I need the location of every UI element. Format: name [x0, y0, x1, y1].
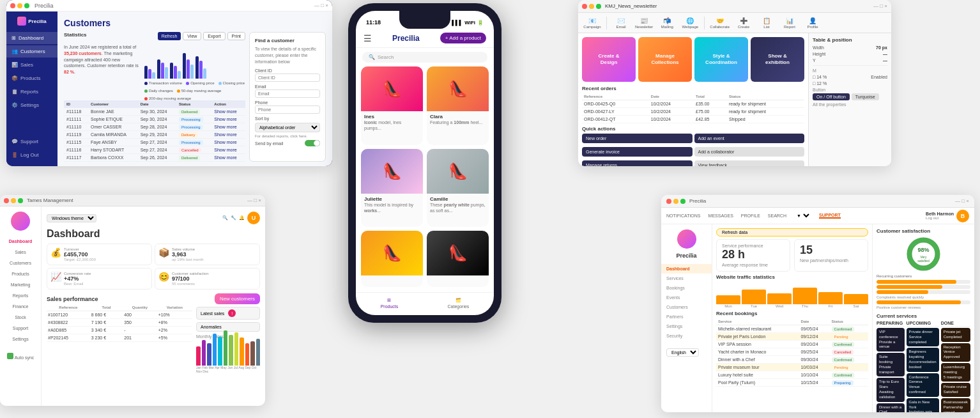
nav-search[interactable]: SEARCH: [768, 213, 786, 218]
sn-settings[interactable]: Settings: [661, 321, 712, 331]
sn-partners[interactable]: Partners: [661, 312, 712, 321]
nav-messages[interactable]: MESSAGES: [708, 213, 733, 218]
filter-icon[interactable]: 🔧: [231, 215, 236, 221]
sidebar-item-support[interactable]: 💬Support: [6, 135, 57, 148]
qa-invoice[interactable]: Generate invoice: [582, 147, 693, 157]
sn-customers[interactable]: Customers: [661, 302, 712, 312]
feature-card-collections[interactable]: ManageCollections: [638, 37, 692, 82]
sn-dashboard[interactable]: Dashboard: [661, 264, 712, 274]
sidebar-item-dashboard[interactable]: ⊞Dashboard: [6, 32, 57, 44]
tames-close-dot[interactable]: [4, 198, 9, 203]
toolbar-btn-newsletter[interactable]: 📰Newsletter: [635, 17, 653, 29]
table-row[interactable]: #11117 Barbora COXXX Sep 26, 2024 Delive…: [64, 154, 245, 162]
sn-security[interactable]: Security: [661, 331, 712, 341]
new-customers-button[interactable]: New customers: [215, 293, 260, 304]
export-button[interactable]: Export: [203, 32, 225, 40]
qa-collaborator[interactable]: Add a collaborator: [694, 147, 805, 157]
admin-close-dot[interactable]: [582, 4, 587, 9]
sidebar-item-sales[interactable]: 📊Sales: [6, 59, 57, 71]
latest-sales-btn[interactable]: Latest sales !: [196, 307, 260, 320]
tames-nav-stock[interactable]: Stock: [0, 312, 41, 323]
qa-add-event[interactable]: Add an event: [694, 134, 805, 143]
sort-select[interactable]: Alphabetical order: [255, 123, 320, 132]
tames-nav-dashboard[interactable]: Dashboard: [0, 236, 41, 247]
theme-select[interactable]: Windows theme: [47, 214, 96, 222]
feature-card-style[interactable]: Style &Coordination: [694, 37, 748, 82]
phone-input[interactable]: [255, 105, 320, 114]
nav-products[interactable]: ⊞ Products: [381, 298, 399, 309]
sidebar-item-logout[interactable]: 🚪Log Out: [6, 149, 57, 161]
tames-nav-sales[interactable]: Sales: [0, 247, 41, 258]
sn-bookings[interactable]: Bookings: [661, 283, 712, 293]
product-card-clara[interactable]: 👠 Clara Featuring a 100mm heel...: [427, 66, 489, 145]
search-icon[interactable]: 🔍: [222, 215, 228, 221]
product-card-juliette[interactable]: 👠 Juliette This model is inspired by wor…: [361, 149, 423, 228]
qa-new-order[interactable]: New order: [582, 134, 693, 143]
bell-icon[interactable]: 🔔: [239, 215, 245, 221]
sidebar-item-reports[interactable]: 📋Reports: [6, 86, 57, 98]
support-minimize-dot[interactable]: [673, 199, 678, 204]
product-card-camille[interactable]: 👠 Camille These pearly white pumps, as s…: [427, 149, 489, 228]
toolbar-btn-report[interactable]: 📊Report: [781, 17, 799, 29]
toolbar-btn-campaign[interactable]: 📧Campaign: [583, 17, 601, 29]
sn-events[interactable]: Events: [661, 293, 712, 302]
table-row[interactable]: #11115 Faye ANSBY Sep 27, 2024 Processin…: [64, 139, 245, 146]
qa-feedback[interactable]: View feedback: [694, 160, 805, 166]
sn-services[interactable]: Services: [661, 274, 712, 283]
admin-minimize-dot[interactable]: [589, 4, 594, 9]
tames-nav-support[interactable]: Support: [0, 323, 41, 334]
close-dot[interactable]: [10, 3, 15, 8]
toolbar-btn-email[interactable]: ✉️Email: [612, 17, 630, 29]
nav-notifications[interactable]: NOTIFICATIONS: [666, 213, 701, 218]
email-input[interactable]: [255, 89, 320, 98]
support-maximize-dot[interactable]: [680, 199, 685, 204]
qa-returns[interactable]: Manage returns: [582, 160, 693, 166]
minimize-dot[interactable]: [17, 3, 22, 8]
tames-nav-marketing[interactable]: Marketing: [0, 279, 41, 290]
sidebar-item-customers[interactable]: 👥Customers: [6, 45, 57, 58]
product-card-ines[interactable]: 👠 Ines Iconic model, Ines pumps...: [361, 66, 423, 145]
tames-nav-products[interactable]: Products: [0, 268, 41, 279]
admin-maximize-dot[interactable]: [596, 4, 601, 9]
lang-select[interactable]: English: [666, 348, 699, 357]
sidebar-item-products[interactable]: 📦Products: [6, 72, 57, 84]
tames-nav-customers[interactable]: Customers: [0, 258, 41, 268]
nav-categories[interactable]: 🗂️ Categories: [448, 298, 470, 309]
add-product-button[interactable]: + Add a product: [440, 33, 486, 43]
table-row[interactable]: #11116 Harry STODART Sep 27, 2024 Cancel…: [64, 146, 245, 154]
view-button[interactable]: View: [183, 32, 201, 40]
toolbar-btn-mailing[interactable]: 📬Mailing: [658, 17, 676, 29]
nav-profile[interactable]: PROFILE: [741, 213, 760, 218]
user-sub[interactable]: Log out: [926, 216, 954, 220]
toolbar-btn-create[interactable]: ➕Create: [735, 17, 753, 29]
tames-minimize-dot[interactable]: [11, 198, 16, 203]
refresh-data-button[interactable]: Refresh data: [716, 228, 868, 236]
user-avatar[interactable]: U: [247, 212, 260, 224]
tames-nav-finance[interactable]: Finance: [0, 301, 41, 312]
maximize-dot[interactable]: [24, 3, 29, 8]
user-avatar-support[interactable]: B: [956, 210, 969, 222]
toolbar-btn-collaborate[interactable]: 🤝Collaborate: [710, 17, 730, 29]
toolbar-btn-webpage[interactable]: 🌐Webpage: [681, 17, 699, 29]
product-card-5[interactable]: 👠: [361, 231, 423, 287]
nav-dropdown[interactable]: ▼: [794, 213, 811, 219]
refresh-button[interactable]: Refresh: [158, 32, 181, 40]
tames-nav-reports[interactable]: Reports: [0, 290, 41, 301]
email-toggle[interactable]: [305, 140, 320, 146]
client-id-input[interactable]: [255, 74, 320, 82]
print-button[interactable]: Print: [227, 32, 245, 40]
product-card-6[interactable]: 👠: [427, 231, 489, 287]
nav-support[interactable]: SUPPORT: [819, 213, 841, 219]
table-row[interactable]: #11111 Sophie ETIQUE Sep 30, 2024 Proces…: [64, 116, 245, 123]
phone-search[interactable]: 🔍 Search: [362, 52, 487, 63]
tames-nav-settings[interactable]: Settings: [0, 334, 41, 344]
table-row[interactable]: #11119 Camila MIRANDA Sep 29, 2024 Deliv…: [64, 131, 245, 139]
toolbar-btn-list[interactable]: 📋List: [758, 17, 776, 29]
feature-card-show[interactable]: Show &exhibition: [751, 37, 804, 82]
anomalies-btn[interactable]: Anomalies: [196, 322, 260, 332]
sidebar-item-settings[interactable]: ⚙️Settings: [6, 99, 57, 111]
toolbar-btn-profile[interactable]: 👤Profile: [804, 17, 822, 29]
tames-maximize-dot[interactable]: [18, 198, 23, 203]
table-row[interactable]: #11110 Omer CASSER Sep 28, 2024 Processi…: [64, 123, 245, 131]
table-row[interactable]: #11118 Bonnie JAE Sep 30, 2024 Delivered…: [64, 108, 245, 116]
